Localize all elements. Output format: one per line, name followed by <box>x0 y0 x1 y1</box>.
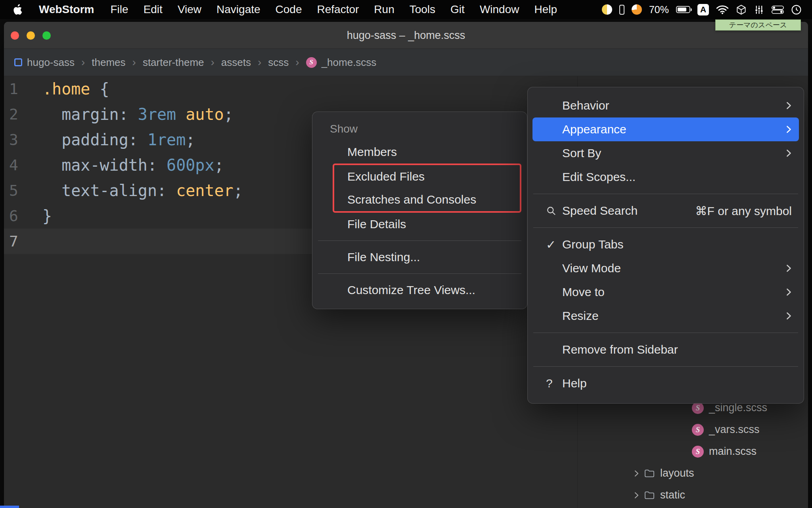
usage-meter-icon[interactable] <box>632 4 642 15</box>
help-icon: ? <box>546 377 562 390</box>
folder-icon <box>644 469 655 478</box>
line-number: 5 <box>4 182 32 199</box>
menu-item-view-mode[interactable]: View Mode <box>528 256 804 280</box>
breadcrumb-bar: hugo-sass›themes›starter-theme›assets›sc… <box>4 49 808 76</box>
line-number: 2 <box>4 106 32 123</box>
menubar-item-window[interactable]: Window <box>472 3 527 16</box>
submenu-arrow-icon <box>786 101 792 110</box>
zoom-button[interactable] <box>42 31 51 40</box>
breadcrumb-label: hugo-sass <box>27 56 75 69</box>
breadcrumb-item-starter-theme[interactable]: starter-theme <box>141 56 206 69</box>
tree-item-vars-scss[interactable]: S_vars.scss <box>578 419 808 441</box>
menubar-item-refactor[interactable]: Refactor <box>310 3 367 16</box>
code-text: .home { <box>42 80 109 98</box>
breadcrumb-item-assets[interactable]: assets <box>220 56 253 69</box>
control-center-icon[interactable] <box>772 6 784 14</box>
menubar-app-name[interactable]: WebStorm <box>30 3 103 16</box>
menu-item-label: View Mode <box>562 262 786 275</box>
window-title-bar[interactable]: hugo-sass – _home.scss <box>4 22 808 49</box>
wifi-icon[interactable] <box>716 4 729 15</box>
menu-item-sort-by[interactable]: Sort By <box>528 141 804 165</box>
menubar-item-edit[interactable]: Edit <box>136 3 170 16</box>
menu-item-help[interactable]: ?Help <box>528 371 804 395</box>
menu-item-resize[interactable]: Resize <box>528 304 804 328</box>
chevron-right-icon <box>634 491 639 499</box>
apple-menu-icon[interactable] <box>6 4 30 15</box>
menu-item-move-to[interactable]: Move to <box>528 280 804 304</box>
tree-item-label: static <box>660 489 685 501</box>
menubar-item-code[interactable]: Code <box>268 3 310 16</box>
code-text: padding: 1rem; <box>42 131 195 149</box>
code-text: max-width: 600px; <box>42 156 224 174</box>
breadcrumb: hugo-sass›themes›starter-theme›assets›sc… <box>13 56 378 69</box>
tree-item-main-scss[interactable]: Smain.scss <box>578 441 808 462</box>
menu-item-label: Group Tabs <box>562 238 792 251</box>
breadcrumb-item-themes[interactable]: themes <box>90 56 127 69</box>
submenu-arrow-icon <box>786 311 792 321</box>
menu-item-remove-from-sidebar[interactable]: Remove from Sidebar <box>528 338 804 362</box>
code-line[interactable]: 1.home { <box>4 76 577 102</box>
menu-item-label: Remove from Sidebar <box>562 343 792 356</box>
input-source-badge[interactable]: A <box>697 4 709 15</box>
breadcrumb-label: assets <box>221 56 251 69</box>
sass-file-icon: S <box>306 57 317 68</box>
breadcrumb-label: starter-theme <box>143 56 204 69</box>
window-controls <box>11 31 51 40</box>
breadcrumb-label: themes <box>92 56 125 69</box>
menu-item-scratches-and-consoles[interactable]: Scratches and Consoles <box>334 188 520 211</box>
sass-file-icon: S <box>692 424 704 436</box>
menu-separator <box>533 333 798 333</box>
breadcrumb-separator-icon: › <box>127 56 141 69</box>
breadcrumb-item-scss[interactable]: scss <box>266 56 290 69</box>
menu-item-file-details[interactable]: File Details <box>312 213 527 236</box>
tree-item-label: _vars.scss <box>709 423 760 436</box>
tree-item-static[interactable]: static <box>578 484 808 506</box>
menubar-item-file[interactable]: File <box>103 3 136 16</box>
project-root-icon <box>14 58 22 66</box>
macos-menu-bar: WebStorm FileEditViewNavigateCodeRefacto… <box>0 0 812 19</box>
close-button[interactable] <box>11 31 19 40</box>
menu-item-label: Move to <box>562 285 786 299</box>
bottom-left-accent <box>0 506 19 508</box>
submenu-arrow-icon <box>786 287 792 297</box>
breadcrumb-separator-icon: › <box>253 56 266 69</box>
options-menu-items: BehaviorAppearanceSort ByEdit Scopes...S… <box>528 94 804 395</box>
sliders-icon[interactable] <box>754 4 764 15</box>
menubar-item-navigate[interactable]: Navigate <box>209 3 268 16</box>
breadcrumb-item-hugo-sass[interactable]: hugo-sass <box>13 56 76 69</box>
menu-item-members[interactable]: Members <box>312 140 527 164</box>
sass-file-icon: S <box>692 402 704 414</box>
menu-item-speed-search[interactable]: Speed Search⌘F or any symbol <box>528 199 804 223</box>
project-tree: S_single.scssS_vars.scssSmain.scsslayout… <box>578 397 808 506</box>
breadcrumb-item-home-scss[interactable]: S_home.scss <box>304 56 378 69</box>
menu-item-edit-scopes[interactable]: Edit Scopes... <box>528 165 804 189</box>
cube-icon[interactable] <box>736 4 747 15</box>
menubar-item-view[interactable]: View <box>170 3 209 16</box>
breadcrumb-separator-icon: › <box>206 56 220 69</box>
menu-separator <box>318 273 521 274</box>
breadcrumb-separator-icon: › <box>290 56 304 69</box>
menu-item-file-nesting[interactable]: File Nesting... <box>312 246 527 269</box>
menu-item-appearance[interactable]: Appearance <box>532 117 799 141</box>
search-icon <box>546 206 562 216</box>
code-text: text-align: center; <box>42 181 243 200</box>
window-title: hugo-sass – _home.scss <box>4 22 808 49</box>
breadcrumb-label: scss <box>268 56 289 69</box>
breadcrumb-separator-icon: › <box>76 56 90 69</box>
menu-item-excluded-files[interactable]: Excluded Files <box>334 165 520 188</box>
menubar-item-tools[interactable]: Tools <box>402 3 443 16</box>
menubar-item-help[interactable]: Help <box>527 3 565 16</box>
clock-icon[interactable] <box>791 4 802 15</box>
code-text: margin: 3rem auto; <box>42 105 234 123</box>
menubar-item-run[interactable]: Run <box>366 3 402 16</box>
menu-item-label: Resize <box>562 309 786 323</box>
menu-manager-icon[interactable] <box>602 4 612 15</box>
minimize-button[interactable] <box>27 31 35 40</box>
menu-item-behavior[interactable]: Behavior <box>528 94 804 117</box>
menu-item-customize-tree-views[interactable]: Customize Tree Views... <box>312 279 527 302</box>
menubar-item-git[interactable]: Git <box>443 3 472 16</box>
tree-item-layouts[interactable]: layouts <box>578 462 808 484</box>
menu-item-group-tabs[interactable]: ✓Group Tabs <box>528 233 804 256</box>
phone-mirroring-icon[interactable] <box>619 5 624 15</box>
check-icon: ✓ <box>546 238 562 252</box>
